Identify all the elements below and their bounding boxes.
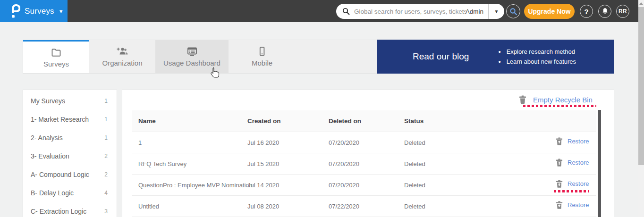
bell-icon (602, 8, 609, 15)
sidebar-item-evaluation[interactable]: 3- Evaluation2 (23, 147, 117, 165)
folder-count: 1 (104, 98, 108, 104)
restore-trash-icon (556, 201, 563, 209)
sidebar-item-extraction-logic[interactable]: C- Extraction Logic3 (23, 202, 117, 217)
workspace-tab-bar: Surveys Organization Usage Dashboard Mob… (23, 40, 614, 74)
column-header-created-on: Created on (247, 117, 281, 125)
table-header-row: Name Created on Deleted on Status (132, 110, 596, 132)
add-users-icon (116, 46, 128, 57)
created-on: Jul 14 2020 (247, 182, 279, 189)
table-row: 1 Jul 16 2020 07/20/2020 Deleted Restore (132, 132, 596, 153)
blog-banner-bullets: Explore research method Learn about new … (498, 47, 576, 67)
global-search-input[interactable] (354, 8, 466, 15)
folder-label: C- Extraction Logic (31, 208, 86, 215)
deleted-on: 07/20/2020 (329, 182, 359, 189)
tab-label: Mobile (252, 59, 272, 67)
product-switcher[interactable]: Surveys ▼ (0, 0, 68, 22)
blog-banner-bullet: Learn about new features (498, 57, 576, 67)
survey-folders-sidebar: My Surveys1 1- Market Research1 2- Analy… (23, 90, 117, 217)
survey-name: RFQ Tech Survey (138, 160, 186, 167)
restore-button[interactable]: Restore (556, 137, 589, 145)
survey-name: Untitled (138, 203, 159, 210)
help-button[interactable]: ? (580, 5, 593, 18)
sidebar-item-compound-logic[interactable]: A- Compound Logic2 (23, 165, 117, 184)
tab-label: Organization (102, 59, 142, 67)
restore-label: Restore (568, 201, 589, 209)
restore-button[interactable]: Restore (556, 201, 589, 209)
folder-label: My Surveys (31, 97, 65, 105)
tab-organization[interactable]: Organization (89, 40, 155, 73)
top-navigation-bar: Surveys ▼ Admin ▼ Upgrade Now ? RR (0, 0, 644, 22)
folder-count: 4 (104, 190, 108, 196)
folder-label: 2- Analysis (31, 134, 63, 142)
restore-trash-icon (556, 159, 563, 167)
column-header-status: Status (404, 117, 424, 125)
tab-label: Surveys (43, 60, 69, 68)
folder-icon (51, 47, 61, 58)
user-avatar[interactable]: RR (616, 5, 629, 18)
table-scrollbar[interactable] (598, 110, 601, 217)
search-scope-dropdown[interactable]: ▼ (489, 9, 504, 14)
restore-trash-icon (556, 180, 563, 188)
survey-name: QuestionPro : Employee MVP Nomination (138, 182, 253, 189)
sidebar-item-analysis[interactable]: 2- Analysis1 (23, 128, 117, 147)
restore-label: Restore (568, 180, 589, 187)
deleted-surveys-table: Name Created on Deleted on Status 1 Jul … (132, 110, 596, 217)
question-mark-icon: ? (584, 8, 588, 16)
restore-label: Restore (568, 138, 589, 145)
search-icon (342, 8, 350, 15)
folder-count: 2 (104, 171, 108, 178)
notifications-button[interactable] (598, 5, 611, 18)
empty-recycle-bin-label: Empty Recycle Bin (533, 96, 593, 104)
column-header-deleted-on: Deleted on (329, 117, 361, 125)
status: Deleted (404, 139, 425, 146)
annotation-underline-empty-bin (523, 105, 596, 107)
search-toggle-button[interactable] (506, 4, 520, 18)
upgrade-now-button[interactable]: Upgrade Now (524, 4, 575, 19)
deleted-on: 07/20/2020 (329, 139, 359, 146)
folder-label: 3- Evaluation (31, 152, 69, 160)
table-row: RFQ Tech Survey Jul 15 2020 07/20/2020 D… (132, 153, 596, 175)
magnifier-icon (509, 8, 517, 16)
folder-count: 1 (104, 134, 108, 141)
search-scope-label: Admin (466, 8, 483, 15)
column-header-name: Name (138, 117, 156, 125)
restore-trash-icon (556, 137, 563, 145)
folder-count: 3 (104, 208, 108, 215)
product-switcher-label: Surveys (25, 7, 54, 16)
table-row: Untitled Jul 08 2020 07/22/2020 Deleted … (132, 196, 596, 217)
folder-count: 2 (104, 153, 108, 159)
folder-label: 1- Market Research (31, 116, 89, 123)
restore-button[interactable]: Restore (556, 180, 589, 188)
folder-count: 1 (104, 116, 108, 123)
created-on: Jul 15 2020 (247, 160, 279, 167)
folder-label: A- Compound Logic (31, 171, 89, 178)
global-search: Admin ▼ (336, 4, 504, 19)
restore-button[interactable]: Restore (556, 159, 589, 167)
created-on: Jul 16 2020 (247, 139, 279, 146)
trash-icon (519, 95, 526, 104)
avatar-initials: RR (619, 8, 627, 15)
sidebar-item-market-research[interactable]: 1- Market Research1 (23, 110, 117, 128)
status: Deleted (404, 203, 425, 210)
tab-surveys[interactable]: Surveys (23, 40, 89, 73)
status: Deleted (404, 160, 425, 167)
sidebar-item-my-surveys[interactable]: My Surveys1 (23, 92, 117, 110)
tab-label: Usage Dashboard (163, 59, 220, 67)
survey-name: 1 (138, 139, 142, 146)
status: Deleted (404, 182, 425, 189)
deleted-on: 07/20/2020 (329, 160, 359, 167)
blog-banner-title: Read our blog (413, 51, 469, 62)
tab-mobile[interactable]: Mobile (229, 40, 296, 73)
annotation-underline-restore (554, 190, 589, 192)
sidebar-item-delay-logic[interactable]: B- Delay Logic4 (23, 184, 117, 202)
restore-label: Restore (568, 159, 589, 166)
browser-scrollbar[interactable] (638, 0, 644, 217)
table-row: QuestionPro : Employee MVP Nomination Ju… (132, 175, 596, 196)
questionpro-logo-icon (9, 4, 20, 18)
mobile-icon (257, 46, 267, 57)
scrollbar-up-arrow-icon[interactable] (638, 0, 644, 7)
created-on: Jul 08 2020 (247, 203, 279, 210)
scrollbar-thumb[interactable] (638, 7, 644, 165)
tab-usage-dashboard[interactable]: Usage Dashboard (155, 40, 229, 73)
blog-banner[interactable]: Read our blog Explore research method Le… (377, 40, 614, 74)
